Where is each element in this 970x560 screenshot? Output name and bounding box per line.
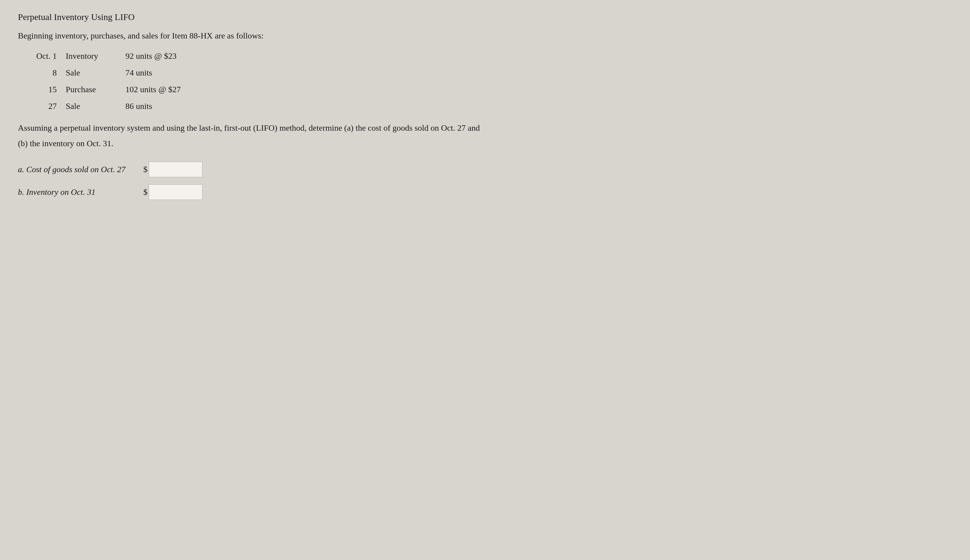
question-label-b: b. Inventory on Oct. 31 <box>18 187 143 197</box>
input-wrapper-a: $ <box>143 162 202 177</box>
type-inventory: Inventory <box>66 51 125 61</box>
type-sale-1: Sale <box>66 68 125 78</box>
date-oct1: Oct. 1 <box>36 51 66 61</box>
assuming-text-line1: Assuming a perpetual inventory system an… <box>18 122 952 134</box>
detail-oct1: 92 units @ $23 <box>125 51 177 61</box>
question-row-a: a. Cost of goods sold on Oct. 27 $ <box>18 162 952 177</box>
detail-15: 102 units @ $27 <box>125 85 181 94</box>
inventory-row-3: 15 Purchase 102 units @ $27 <box>36 85 952 94</box>
page-title: Perpetual Inventory Using LIFO <box>18 12 952 22</box>
dollar-sign-b: $ <box>143 187 147 197</box>
detail-8: 74 units <box>125 68 152 78</box>
type-sale-2: Sale <box>66 102 125 111</box>
page-container: Perpetual Inventory Using LIFO Beginning… <box>18 12 952 200</box>
intro-text: Beginning inventory, purchases, and sale… <box>18 31 952 40</box>
question-label-a: a. Cost of goods sold on Oct. 27 <box>18 165 143 174</box>
date-27: 27 <box>36 102 66 111</box>
inventory-row-2: 8 Sale 74 units <box>36 68 952 78</box>
inventory-table: Oct. 1 Inventory 92 units @ $23 8 Sale 7… <box>36 51 952 111</box>
detail-27: 86 units <box>125 102 152 111</box>
questions-section: a. Cost of goods sold on Oct. 27 $ b. In… <box>18 162 952 200</box>
date-8: 8 <box>36 68 66 78</box>
question-row-b: b. Inventory on Oct. 31 $ <box>18 184 952 200</box>
type-purchase: Purchase <box>66 85 125 94</box>
dollar-sign-a: $ <box>143 165 147 174</box>
inventory-row-4: 27 Sale 86 units <box>36 102 952 111</box>
answer-input-a[interactable] <box>149 162 202 177</box>
answer-input-b[interactable] <box>149 184 202 200</box>
date-15: 15 <box>36 85 66 94</box>
assuming-text-line2: (b) the inventory on Oct. 31. <box>18 137 952 150</box>
input-wrapper-b: $ <box>143 184 202 200</box>
inventory-row-1: Oct. 1 Inventory 92 units @ $23 <box>36 51 952 61</box>
